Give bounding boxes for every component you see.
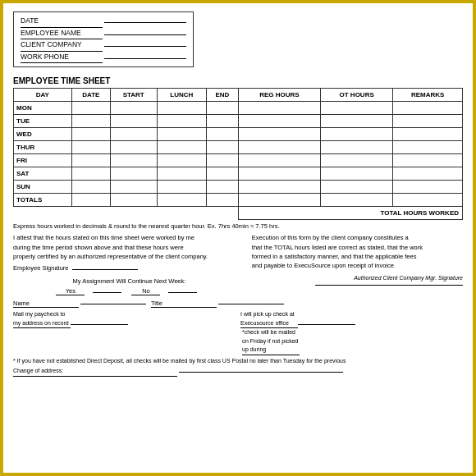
attest-section: I attest that the hours stated on this t…	[13, 233, 245, 295]
table-row: SAT	[14, 167, 463, 181]
table-row: WED	[14, 128, 463, 141]
assignment-label: My Assignment Will Continue Next Week:	[13, 277, 245, 285]
table-row: TUE	[14, 115, 463, 128]
total-hours-row: TOTAL HOURS WORKED	[14, 207, 463, 220]
footer-top: Mail my paycheck to my address on record…	[13, 310, 463, 355]
col-reg-hours: REG HOURS	[238, 89, 320, 102]
authorized-sig-line	[315, 285, 463, 286]
col-end: END	[206, 89, 238, 102]
execution-section: Execution of this form by the client com…	[252, 233, 463, 295]
name-title-row: Name Title	[13, 300, 463, 308]
table-row-totals: TOTALS	[14, 194, 463, 207]
express-note: Express hours worked in decimals & round…	[13, 222, 463, 230]
table-row: SUN	[14, 181, 463, 194]
direct-deposit-note: * If you have not established Direct Dep…	[13, 357, 463, 366]
attest-text1: I attest that the hours stated on this t…	[13, 233, 245, 242]
employee-name-field: EMPLOYEE NAME	[19, 28, 188, 40]
name-field: Name	[13, 300, 146, 308]
col-remarks: REMARKS	[393, 89, 463, 102]
authorized-sig-area: Authorized Client Company Mgr. Signature	[252, 273, 463, 286]
header-info-box: DATE EMPLOYEE NAME CLIENT COMPANY WORK P…	[13, 11, 194, 67]
total-hours-worked-label: TOTAL HOURS WORKED	[238, 207, 462, 220]
col-lunch: LUNCH	[157, 89, 206, 102]
bottom-section: I attest that the hours stated on this t…	[13, 233, 463, 295]
work-phone-field: WORK PHONE	[19, 52, 188, 64]
attest-text3: properly certified by an authorized repr…	[13, 252, 245, 261]
client-company-field: CLIENT COMPANY	[19, 39, 188, 52]
title-field: Title	[151, 300, 284, 308]
table-header-row: DAY DATE START LUNCH END REG HOURS OT HO…	[14, 89, 463, 102]
yes-no-row: Yes No	[13, 287, 245, 295]
date-field: DATE	[19, 16, 188, 28]
table-row: MON	[14, 102, 463, 115]
section-title: EMPLOYEE TIME SHEET	[13, 76, 463, 85]
col-date: DATE	[71, 89, 110, 102]
change-address-line: Change of address:	[13, 367, 463, 377]
col-start: START	[110, 89, 157, 102]
footer-section: Mail my paycheck to my address on record…	[13, 310, 463, 377]
assignment-box: My Assignment Will Continue Next Week: Y…	[13, 277, 245, 295]
col-day: DAY	[14, 89, 72, 102]
execution-text2: that the TOTAL hours listed are correct …	[252, 243, 463, 252]
employee-sig-label: Employee Signature	[13, 263, 245, 272]
attest-text2: during the time period shown above and t…	[13, 243, 245, 252]
execution-text1: Execution of this form by the client com…	[252, 233, 463, 242]
table-row: FRI	[14, 154, 463, 167]
check-note: *check will be mailed on Friday if not p…	[242, 328, 463, 355]
table-row: THUR	[14, 141, 463, 154]
page-container: DATE EMPLOYEE NAME CLIENT COMPANY WORK P…	[0, 0, 476, 476]
authorized-sig-label: Authorized Client Company Mgr. Signature	[354, 275, 463, 281]
timesheet-table: DAY DATE START LUNCH END REG HOURS OT HO…	[13, 88, 463, 220]
execution-text3: formed in a satisfactory manner, and tha…	[252, 252, 463, 261]
execution-text4: and payable to ExecuSource upon receipt …	[252, 261, 463, 270]
col-ot-hours: OT HOURS	[321, 89, 393, 102]
footer-left: Mail my paycheck to my address on record	[13, 310, 236, 355]
footer-right: I will pick up check at Execusource offi…	[240, 310, 463, 355]
